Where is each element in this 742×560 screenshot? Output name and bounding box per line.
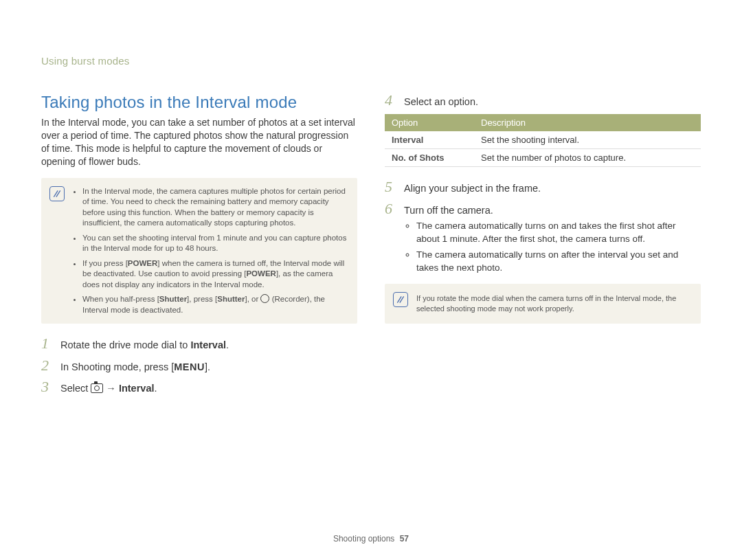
step-number: 5	[385, 179, 404, 194]
step-text: Select an option.	[404, 95, 701, 109]
step-bold: Interval	[119, 383, 155, 394]
note1-item: If you press [POWER] when the camera is …	[82, 258, 349, 291]
recorder-icon	[260, 294, 269, 303]
step-2: 2 In Shooting mode, press [MENU].	[41, 358, 357, 374]
step-4: 4 Select an option.	[385, 93, 701, 109]
note-box-1: In the Interval mode, the camera capture…	[41, 178, 357, 324]
step-number: 3	[41, 379, 60, 394]
note2-text: If you rotate the mode dial when the cam…	[416, 294, 676, 313]
step-6: 6 Turn off the camera. The camera automa…	[385, 201, 701, 278]
step-text: Turn off the camera.	[404, 205, 493, 216]
substep-item: The camera automatically turns on and ta…	[416, 220, 701, 246]
page-footer: Shooting options 57	[0, 534, 742, 544]
step-number: 1	[41, 336, 60, 351]
step-number: 4	[385, 93, 404, 108]
step-1: 1 Rotate the drive mode dial to Interval…	[41, 336, 357, 352]
page-heading: Taking photos in the Interval mode	[41, 93, 357, 112]
arrow-text: →	[103, 383, 119, 394]
step-3: 3 Select → Interval.	[41, 379, 357, 395]
footer-section: Shooting options	[333, 534, 394, 544]
note1-item: You can set the shooting interval from 1…	[82, 233, 349, 254]
step-number: 6	[385, 201, 404, 216]
table-cell-key: No. of Shots	[385, 149, 474, 167]
step-text: Rotate the drive mode dial to	[60, 339, 190, 350]
note-icon	[49, 186, 65, 201]
table-row: Interval Set the shooting interval.	[385, 131, 701, 149]
note-box-2: If you rotate the mode dial when the cam…	[385, 284, 701, 324]
note1-item: When you half-press [Shutter], press [Sh…	[82, 294, 349, 315]
left-column: Taking photos in the Interval mode In th…	[41, 93, 357, 401]
menu-label: MENU	[174, 361, 205, 372]
step-5: 5 Align your subject in the frame.	[385, 179, 701, 195]
table-header-option: Option	[385, 114, 474, 131]
step-text: Select	[60, 383, 91, 394]
step-bold: Interval	[190, 339, 226, 350]
table-cell-value: Set the shooting interval.	[474, 131, 701, 149]
right-column: 4 Select an option. Option Description I…	[385, 93, 701, 401]
camera-icon	[91, 383, 103, 393]
note1-item: In the Interval mode, the camera capture…	[82, 186, 349, 229]
options-table: Option Description Interval Set the shoo…	[385, 114, 701, 167]
step-number: 2	[41, 358, 60, 373]
step-text: Align your subject in the frame.	[404, 181, 701, 195]
breadcrumb: Using burst modes	[41, 55, 129, 67]
intro-paragraph: In the Interval mode, you can take a set…	[41, 116, 357, 168]
step-text: .	[155, 383, 157, 394]
step-text: In Shooting mode, press [	[60, 361, 174, 372]
footer-page-number: 57	[400, 534, 409, 544]
note-icon	[393, 292, 408, 307]
step-text: ].	[205, 361, 210, 372]
table-row: No. of Shots Set the number of photos to…	[385, 149, 701, 167]
table-header-description: Description	[474, 114, 701, 131]
table-cell-key: Interval	[385, 131, 474, 149]
step-text: .	[226, 339, 229, 350]
substep-item: The camera automatically turns on after …	[416, 249, 701, 275]
table-cell-value: Set the number of photos to capture.	[474, 149, 701, 167]
